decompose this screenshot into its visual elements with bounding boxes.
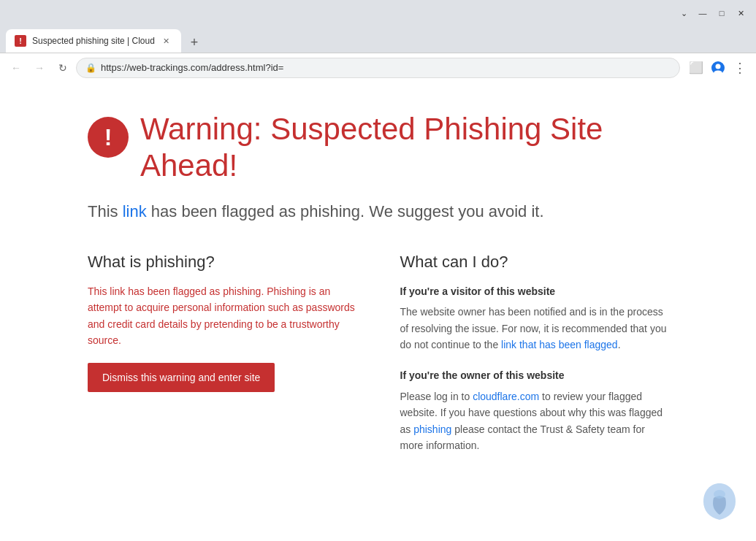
tab-close-button[interactable]: ✕ xyxy=(161,35,172,47)
visitor-section: If you're a visitor of this website The … xyxy=(400,283,669,353)
warning-title: Warning: Suspected Phishing Site Ahead! xyxy=(140,111,668,185)
phishing-link[interactable]: phishing xyxy=(413,423,451,435)
subtitle-before: This xyxy=(88,202,123,220)
tab-title-label: Suspected phishing site | Cloud xyxy=(32,36,155,46)
collapse-button[interactable]: ⌄ xyxy=(674,6,693,20)
forward-button[interactable]: → xyxy=(29,58,50,78)
menu-button[interactable]: ⋮ xyxy=(730,58,750,78)
malwarebytes-logo xyxy=(698,480,741,526)
extensions-button[interactable]: ⬜ xyxy=(686,58,706,78)
owner-body-before: Please log in to xyxy=(400,391,473,402)
active-tab[interactable]: ! Suspected phishing site | Cloud ✕ xyxy=(6,29,181,53)
dismiss-button[interactable]: Dismiss this warning and enter site xyxy=(88,363,275,392)
maximize-button[interactable]: □ xyxy=(712,6,731,20)
visitor-body-after: . xyxy=(618,339,621,350)
owner-section: If you're the owner of this website Plea… xyxy=(400,367,669,453)
minimize-button[interactable]: — xyxy=(693,6,712,20)
cloudflare-link[interactable]: cloudflare.com xyxy=(473,391,539,402)
left-column: What is phishing? This link has been fla… xyxy=(88,253,356,469)
reload-button[interactable]: ↻ xyxy=(53,58,73,78)
warning-icon: ! xyxy=(88,117,129,158)
subtitle-after: has been flagged as phishing. We suggest… xyxy=(147,202,544,220)
address-text: https://web-trackings.com/address.html?i… xyxy=(101,62,283,73)
visitor-label: If you're a visitor of this website xyxy=(400,283,669,299)
page-content: ! Warning: Suspected Phishing Site Ahead… xyxy=(0,82,756,541)
left-col-title: What is phishing? xyxy=(88,253,356,272)
address-bar[interactable]: 🔒 https://web-trackings.com/address.html… xyxy=(76,58,680,78)
two-column-section: What is phishing? This link has been fla… xyxy=(88,253,668,469)
right-column: What can I do? If you're a visitor of th… xyxy=(400,253,669,469)
left-col-body: This link has been flagged as phishing. … xyxy=(88,283,356,349)
new-tab-button[interactable]: + xyxy=(184,32,205,53)
svg-point-3 xyxy=(714,490,725,499)
svg-point-1 xyxy=(716,64,721,69)
right-col-title: What can I do? xyxy=(400,253,669,272)
lock-icon: 🔒 xyxy=(85,63,96,73)
subtitle-link: link xyxy=(123,202,147,220)
tab-favicon: ! xyxy=(15,35,26,47)
close-button[interactable]: ✕ xyxy=(731,6,750,20)
warning-subtitle: This link has been flagged as phishing. … xyxy=(88,199,668,223)
back-button[interactable]: ← xyxy=(6,58,26,78)
visitor-body-link[interactable]: link that has been flagged xyxy=(501,339,618,350)
owner-label: If you're the owner of this website xyxy=(400,367,669,383)
warning-header: ! Warning: Suspected Phishing Site Ahead… xyxy=(88,111,668,185)
profile-button[interactable] xyxy=(708,58,728,78)
